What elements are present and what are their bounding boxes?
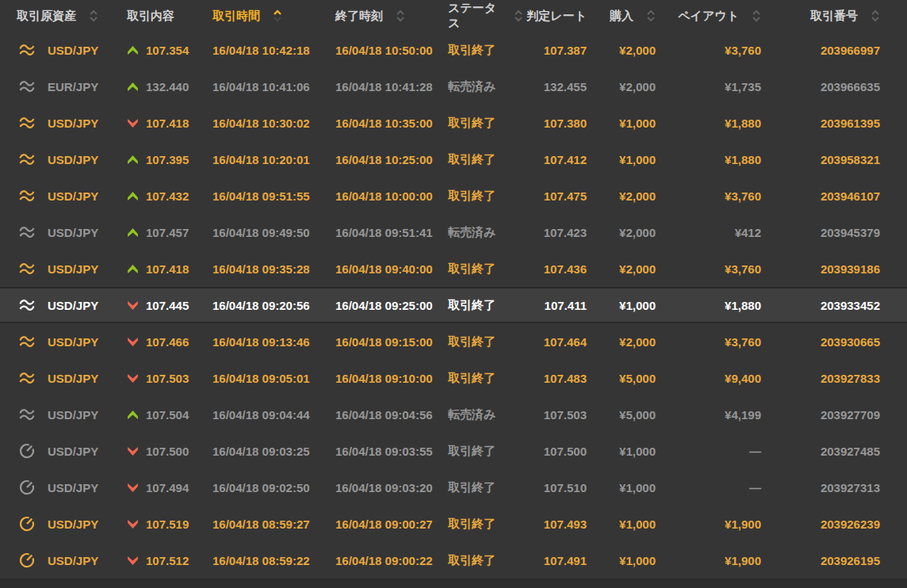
sort-chevrons-icon bbox=[89, 9, 98, 23]
asset-label: USD/JPY bbox=[48, 44, 98, 57]
table-row[interactable]: USD/JPY 107.500 16/04/18 09:03:25 16/04/… bbox=[0, 433, 907, 469]
status: 取引終了 bbox=[444, 43, 523, 58]
end-time: 16/04/18 09:10:00 bbox=[325, 372, 444, 385]
down-arrow-icon bbox=[127, 555, 139, 566]
column-header-decision-rate: 判定レート bbox=[523, 9, 587, 24]
turbo-asset-icon bbox=[17, 478, 39, 497]
column-label: ステータス bbox=[448, 1, 501, 31]
down-arrow-icon bbox=[127, 445, 139, 456]
trade-number: 203939186 bbox=[761, 262, 880, 276]
highlow-asset-icon bbox=[17, 296, 39, 315]
entry-rate: 107.504 bbox=[146, 408, 189, 422]
column-header-purchase[interactable]: 購入 bbox=[587, 9, 656, 24]
entry-rate: 107.503 bbox=[146, 372, 189, 385]
table-row[interactable]: USD/JPY 107.519 16/04/18 08:59:27 16/04/… bbox=[0, 506, 907, 542]
sort-chevrons-icon bbox=[273, 9, 282, 23]
trade-number: 203930665 bbox=[761, 335, 880, 349]
payout-amount: ¥3,760 bbox=[656, 44, 761, 57]
status: 取引終了 bbox=[444, 444, 523, 459]
decision-rate: 107.423 bbox=[523, 226, 587, 239]
end-time: 16/04/18 09:03:55 bbox=[325, 445, 444, 458]
asset-cell: USD/JPY bbox=[0, 441, 117, 460]
up-arrow-icon bbox=[127, 227, 139, 238]
trade-content-cell: 107.445 bbox=[117, 299, 206, 312]
asset-label: USD/JPY bbox=[48, 299, 98, 312]
purchase-amount: ¥1,000 bbox=[587, 299, 656, 312]
asset-label: USD/JPY bbox=[48, 554, 98, 567]
payout-amount: ¥1,900 bbox=[656, 554, 761, 567]
decision-rate: 107.380 bbox=[523, 116, 587, 130]
table-row[interactable]: USD/JPY 107.354 16/04/18 10:42:18 16/04/… bbox=[0, 32, 907, 68]
end-time: 16/04/18 10:35:00 bbox=[325, 116, 444, 130]
status: 転売済み bbox=[444, 79, 523, 94]
table-body: USD/JPY 107.354 16/04/18 10:42:18 16/04/… bbox=[0, 32, 907, 578]
trade-time: 16/04/18 09:02:50 bbox=[206, 481, 325, 494]
status: 取引終了 bbox=[444, 189, 523, 204]
table-row[interactable]: USD/JPY 107.432 16/04/18 09:51:55 16/04/… bbox=[0, 178, 907, 214]
decision-rate: 107.503 bbox=[523, 408, 587, 422]
decision-rate: 107.436 bbox=[523, 262, 587, 276]
status: 転売済み bbox=[444, 225, 523, 240]
status: 取引終了 bbox=[444, 480, 523, 495]
decision-rate: 107.412 bbox=[523, 153, 587, 166]
table-row[interactable]: USD/JPY 107.418 16/04/18 09:35:28 16/04/… bbox=[0, 250, 907, 287]
end-time: 16/04/18 10:41:28 bbox=[325, 80, 444, 94]
asset-cell: USD/JPY bbox=[0, 514, 117, 533]
table-row[interactable]: USD/JPY 107.494 16/04/18 09:02:50 16/04/… bbox=[0, 469, 907, 506]
column-header-asset[interactable]: 取引原資産 bbox=[0, 9, 117, 24]
trade-time: 16/04/18 10:30:02 bbox=[206, 116, 325, 130]
up-arrow-icon bbox=[127, 44, 139, 55]
table-row[interactable]: USD/JPY 107.466 16/04/18 09:13:46 16/04/… bbox=[0, 323, 907, 360]
table-row[interactable]: USD/JPY 107.395 16/04/18 10:20:01 16/04/… bbox=[0, 141, 907, 178]
table-row[interactable]: EUR/JPY 132.440 16/04/18 10:41:06 16/04/… bbox=[0, 68, 907, 105]
table-row[interactable]: USD/JPY 107.512 16/04/18 08:59:22 16/04/… bbox=[0, 542, 907, 578]
highlow-asset-icon bbox=[17, 186, 39, 205]
entry-rate: 107.354 bbox=[146, 44, 189, 57]
purchase-amount: ¥2,000 bbox=[587, 44, 656, 57]
highlow-asset-icon bbox=[17, 259, 39, 278]
table-row[interactable]: USD/JPY 107.504 16/04/18 09:04:44 16/04/… bbox=[0, 396, 907, 433]
payout-amount: — bbox=[656, 481, 761, 494]
asset-cell: USD/JPY bbox=[0, 223, 117, 242]
trade-number: 203946107 bbox=[761, 189, 880, 203]
column-label: 終了時刻 bbox=[335, 9, 383, 24]
asset-label: USD/JPY bbox=[48, 517, 98, 531]
decision-rate: 107.475 bbox=[523, 189, 587, 203]
column-header-trade-number[interactable]: 取引番号 bbox=[761, 9, 880, 24]
table-row[interactable]: USD/JPY 107.445 16/04/18 09:20:56 16/04/… bbox=[0, 287, 907, 323]
up-arrow-icon bbox=[127, 409, 139, 420]
trade-time: 16/04/18 09:04:44 bbox=[206, 408, 325, 422]
entry-rate: 107.432 bbox=[146, 189, 189, 203]
column-header-trade-time[interactable]: 取引時間 bbox=[206, 9, 325, 24]
status: 取引終了 bbox=[444, 334, 523, 349]
asset-label: USD/JPY bbox=[48, 153, 98, 166]
column-header-payout[interactable]: ペイアウト bbox=[656, 9, 761, 24]
asset-label: USD/JPY bbox=[48, 226, 98, 239]
trade-number: 203961395 bbox=[761, 116, 880, 130]
trade-number: 203927313 bbox=[761, 481, 880, 494]
status: 取引終了 bbox=[444, 371, 523, 386]
payout-amount: ¥1,880 bbox=[656, 116, 761, 130]
decision-rate: 107.464 bbox=[523, 335, 587, 349]
decision-rate: 107.510 bbox=[523, 481, 587, 494]
purchase-amount: ¥2,000 bbox=[587, 262, 656, 276]
column-header-end-time[interactable]: 終了時刻 bbox=[325, 9, 444, 24]
column-header-status[interactable]: ステータス bbox=[444, 1, 523, 31]
column-label: ペイアウト bbox=[678, 9, 739, 24]
table-row[interactable]: USD/JPY 107.503 16/04/18 09:05:01 16/04/… bbox=[0, 360, 907, 396]
payout-amount: ¥1,735 bbox=[656, 80, 761, 94]
asset-label: USD/JPY bbox=[48, 335, 98, 349]
payout-amount: ¥1,900 bbox=[656, 517, 761, 531]
table-row[interactable]: USD/JPY 107.457 16/04/18 09:49:50 16/04/… bbox=[0, 214, 907, 250]
trade-time: 16/04/18 09:03:25 bbox=[206, 445, 325, 458]
table-row[interactable]: USD/JPY 107.418 16/04/18 10:30:02 16/04/… bbox=[0, 105, 907, 141]
asset-cell: USD/JPY bbox=[0, 40, 117, 59]
payout-amount: ¥3,760 bbox=[656, 262, 761, 276]
purchase-amount: ¥2,000 bbox=[587, 189, 656, 203]
trade-content-cell: 107.457 bbox=[117, 226, 206, 239]
entry-rate: 107.395 bbox=[146, 153, 189, 166]
trade-number: 203927709 bbox=[761, 408, 880, 422]
column-label: 取引原資産 bbox=[17, 9, 76, 24]
asset-label: USD/JPY bbox=[48, 189, 98, 203]
highlow-asset-icon bbox=[17, 150, 39, 169]
